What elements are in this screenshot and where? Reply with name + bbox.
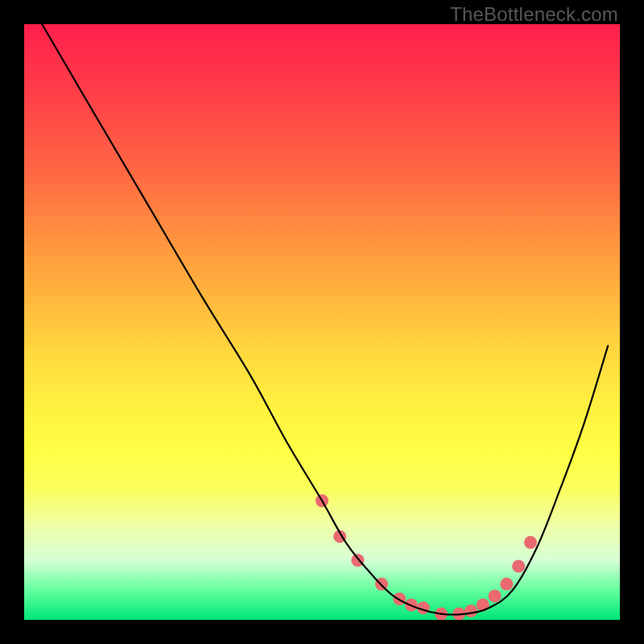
watermark-text: TheBottleneck.com: [450, 3, 618, 26]
marker-group: [316, 494, 537, 620]
bottleneck-curve-path: [42, 24, 608, 615]
data-marker: [512, 559, 525, 572]
data-marker: [524, 536, 537, 549]
data-marker: [464, 605, 477, 617]
data-marker: [489, 589, 502, 602]
bottleneck-chart: [24, 24, 620, 620]
data-marker: [500, 578, 513, 591]
